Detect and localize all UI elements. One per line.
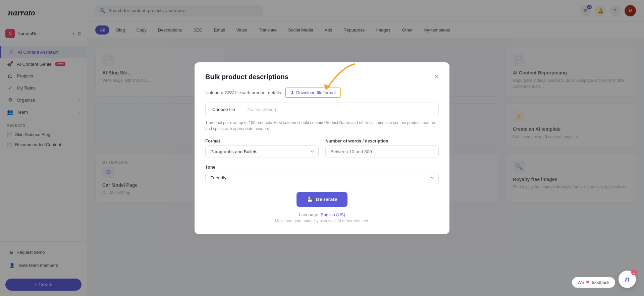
file-name-display: No file chosen [242, 103, 438, 116]
words-label: Number of words / description [325, 138, 439, 143]
download-icon: ⬇ [290, 90, 294, 95]
modal-overlay[interactable]: Bulk product descriptions × Upload a CSV… [0, 0, 644, 296]
format-label: Format [205, 138, 319, 143]
format-group: Format Paragraphs and Bullets Paragraphs… [205, 138, 319, 158]
words-group: Number of words / description [325, 138, 439, 158]
disclaimer-text: Make sure you manually review all AI gen… [205, 219, 439, 223]
modal-subtitle: Upload a CSV file with product details ⬇… [205, 87, 439, 98]
close-button[interactable]: × [435, 73, 439, 80]
format-select[interactable]: Paragraphs and Bullets Paragraphs Bullet… [205, 145, 319, 158]
generate-icon: 💾 [307, 196, 313, 202]
form-row: Format Paragraphs and Bullets Paragraphs… [205, 138, 439, 158]
bulk-product-descriptions-modal: Bulk product descriptions × Upload a CSV… [195, 62, 449, 234]
narrato-widget[interactable]: n 1 [619, 271, 636, 288]
feedback-label: We [578, 280, 584, 285]
language-link[interactable]: English (US) [321, 212, 345, 217]
feedback-suffix: feedback [592, 280, 609, 285]
subtitle-text: Upload a CSV file with product details [205, 90, 281, 95]
modal-title: Bulk product descriptions [205, 73, 288, 81]
widget-badge: 1 [631, 270, 637, 275]
modal-header: Bulk product descriptions × [205, 73, 439, 81]
generate-label: Generate [316, 196, 337, 202]
download-file-format-button[interactable]: ⬇ Download file format [285, 87, 341, 98]
tone-select[interactable]: Friendly Professional Casual Formal [205, 172, 439, 184]
file-input-row: Choose file No file chosen [205, 103, 439, 116]
modal-footer: Language: English (US) Make sure you man… [205, 212, 439, 223]
file-hint: 1 product per row, up to 100 products. F… [205, 120, 439, 132]
feedback-button[interactable]: We ❤ feedback [572, 277, 615, 288]
tone-label: Tone [205, 165, 439, 170]
tone-group: Tone Friendly Professional Casual Formal [205, 165, 439, 184]
widget-logo: n [625, 275, 629, 284]
heart-icon: ❤ [586, 280, 590, 285]
language-text: Language: English (US) [205, 212, 439, 217]
generate-button[interactable]: 💾 Generate [297, 192, 347, 207]
choose-file-button[interactable]: Choose file [206, 103, 242, 116]
words-input[interactable] [325, 145, 439, 158]
download-label: Download file format [296, 90, 336, 95]
